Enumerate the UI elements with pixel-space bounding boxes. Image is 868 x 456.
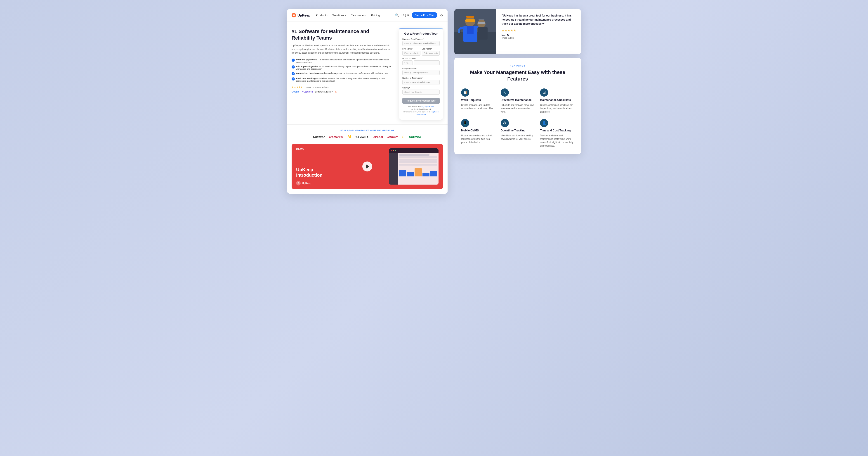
logo-icon: ⚙ bbox=[291, 13, 296, 18]
dot-red bbox=[391, 150, 392, 151]
svg-rect-6 bbox=[467, 26, 473, 34]
software-advice-logo: Software Advice™ bbox=[315, 91, 333, 93]
technicians-input[interactable] bbox=[402, 80, 440, 85]
testimonial-source: TrustRadius bbox=[502, 37, 576, 39]
feature-card-cost: 👤 Time and Cost Tracking Track wrench ti… bbox=[540, 119, 574, 147]
testimonial-name: Ken B. bbox=[502, 34, 576, 37]
submit-button[interactable]: Request Free Product Tour bbox=[402, 98, 440, 104]
phone-number-input[interactable] bbox=[414, 60, 440, 65]
star-rating: ★★★★★ bbox=[291, 86, 303, 89]
dashboard-content bbox=[398, 153, 438, 184]
last-name-label: Last Name* bbox=[422, 48, 440, 50]
email-label: Business Email Address* bbox=[402, 38, 440, 40]
sign-up-link[interactable]: Sign up for free bbox=[421, 106, 434, 108]
svg-rect-4 bbox=[466, 16, 474, 18]
marriott-logo: Marriott bbox=[388, 136, 398, 139]
country-select[interactable]: Select your Country bbox=[402, 90, 440, 94]
hero-left: #1 Software for Maintenance and Reliabil… bbox=[291, 28, 395, 120]
table-row bbox=[399, 161, 437, 163]
first-name-group: First Name* bbox=[402, 48, 421, 56]
feature-item-tracking: ✓ Real Time Tracking — Wireless sensors … bbox=[291, 77, 392, 82]
check-icon: ✓ bbox=[291, 65, 295, 68]
country-label: Country* bbox=[402, 87, 440, 89]
feature-card-downtime: ⏱ Downtime Tracking View historical down… bbox=[501, 119, 535, 147]
hero-title: #1 Software for Maintenance and Reliabil… bbox=[291, 28, 392, 41]
chart-bar bbox=[430, 171, 437, 176]
chevron-down-icon: ▾ bbox=[365, 14, 366, 16]
first-name-input[interactable] bbox=[402, 51, 421, 56]
svg-rect-12 bbox=[477, 27, 488, 39]
feature-item-paperwork: ✓ Ditch the paperwork — Seamless collabo… bbox=[291, 58, 392, 63]
demo-thumbnail[interactable]: DEMO UpKeepIntroduction ⚙ UpKeep bbox=[291, 144, 443, 189]
work-requests-desc: Create, manage, and update work orders f… bbox=[461, 103, 495, 110]
form-footer: Not Ready Yet? Sign up for free No Credi… bbox=[402, 105, 440, 116]
phone-row bbox=[402, 60, 440, 65]
demo-title: UpKeepIntroduction bbox=[296, 167, 322, 178]
chart-bar bbox=[423, 173, 430, 176]
workers-svg bbox=[454, 9, 496, 54]
testimonial-card: "UpKeep has been a great tool for our bu… bbox=[454, 9, 581, 54]
unilever-logo: Unilever bbox=[313, 135, 324, 139]
search-button[interactable]: 🔍 bbox=[395, 13, 399, 17]
check-icon: ✓ bbox=[291, 72, 295, 75]
feature-card-checklists: ☑ Maintenance Checklists Create customiz… bbox=[540, 88, 574, 114]
mobile-label: Mobile Number* bbox=[402, 57, 440, 60]
mobile-icon: 📱 bbox=[461, 119, 469, 127]
features-grid: 📋 Work Requests Create, manage, and upda… bbox=[461, 88, 574, 147]
features-label: FEATURES bbox=[461, 64, 574, 67]
company-label: Company Name* bbox=[402, 67, 440, 69]
chevron-down-icon: ▾ bbox=[327, 14, 328, 16]
hero-description: UpKeep's mobile-first asset operations t… bbox=[291, 44, 392, 55]
downtime-icon: ⏱ bbox=[501, 119, 509, 127]
feature-item-fingertips: ✓ Info at your fingertips — Your entire … bbox=[291, 65, 392, 70]
nav-item-resources[interactable]: Resources ▾ bbox=[350, 13, 366, 17]
nav-item-product[interactable]: Product ▾ bbox=[316, 13, 328, 17]
google-logo: Google bbox=[291, 90, 299, 93]
subway-logo: SUBWAY bbox=[409, 135, 422, 139]
trial-button[interactable]: Start a Free Trial bbox=[412, 12, 437, 18]
pepsi-logo: ePepsi bbox=[373, 135, 383, 139]
company-input[interactable] bbox=[402, 70, 440, 75]
technicians-group: Number of Technicians* bbox=[402, 77, 440, 85]
preventive-name: Preventive Maintenance bbox=[501, 98, 535, 102]
demo-logo-icon: ⚙ bbox=[296, 181, 301, 186]
play-button[interactable] bbox=[362, 162, 372, 171]
check-icon: ✓ bbox=[291, 59, 295, 62]
table-row bbox=[399, 154, 430, 155]
mobile-name: Mobile CMMS bbox=[461, 129, 495, 132]
feature-card-preventive: 🔧 Preventive Maintenance Schedule and ma… bbox=[501, 88, 535, 114]
table-row bbox=[399, 156, 437, 158]
work-requests-icon: 📋 bbox=[461, 88, 469, 96]
country-group: Country* Select your Country bbox=[402, 87, 440, 94]
dashboard-mockup bbox=[389, 148, 438, 184]
chart-bar bbox=[407, 172, 414, 176]
work-requests-name: Work Requests bbox=[461, 98, 495, 102]
logo[interactable]: ⚙ UpKeep bbox=[291, 13, 310, 18]
phone-code-input[interactable] bbox=[402, 60, 413, 65]
testimonial-content: "UpKeep has been a great tool for our bu… bbox=[496, 9, 581, 54]
chart-bar bbox=[399, 170, 406, 176]
feature-list: ✓ Ditch the paperwork — Seamless collabo… bbox=[291, 58, 392, 82]
last-name-input[interactable] bbox=[422, 51, 440, 56]
testimonial-text: "UpKeep has been a great tool for our bu… bbox=[502, 13, 576, 26]
dashboard-body bbox=[389, 153, 438, 184]
partner-logos: Google ✓Capterra Software Advice™ G bbox=[291, 90, 392, 93]
login-button[interactable]: Log in bbox=[401, 13, 409, 17]
form-top-bar bbox=[399, 28, 443, 29]
form-title: Get a Free Product Tour bbox=[402, 32, 440, 35]
settings-button[interactable]: ⚙ bbox=[440, 13, 443, 17]
capterra-logo: ✓Capterra bbox=[302, 90, 313, 93]
aramark-logo: aramark✳ bbox=[329, 135, 343, 139]
feature-card-mobile: 📱 Mobile CMMS Update work orders and sub… bbox=[461, 119, 495, 147]
checklists-icon: ☑ bbox=[540, 88, 548, 96]
companies-label: JOIN 4,000+ COMPANIES ALREADY GROWING bbox=[291, 129, 443, 132]
downtime-name: Downtime Tracking bbox=[501, 129, 535, 132]
feature-item-data: ✓ Data-Driven Decisions — Advanced analy… bbox=[291, 72, 392, 75]
nav-item-solutions[interactable]: Solutions ▾ bbox=[332, 13, 346, 17]
nav-item-pricing[interactable]: Pricing bbox=[371, 13, 380, 17]
feature-card-work-requests: 📋 Work Requests Create, manage, and upda… bbox=[461, 88, 495, 114]
dashboard-header bbox=[389, 148, 438, 153]
email-input[interactable] bbox=[402, 41, 440, 46]
cost-icon: 👤 bbox=[540, 119, 548, 127]
svg-rect-10 bbox=[477, 22, 485, 24]
